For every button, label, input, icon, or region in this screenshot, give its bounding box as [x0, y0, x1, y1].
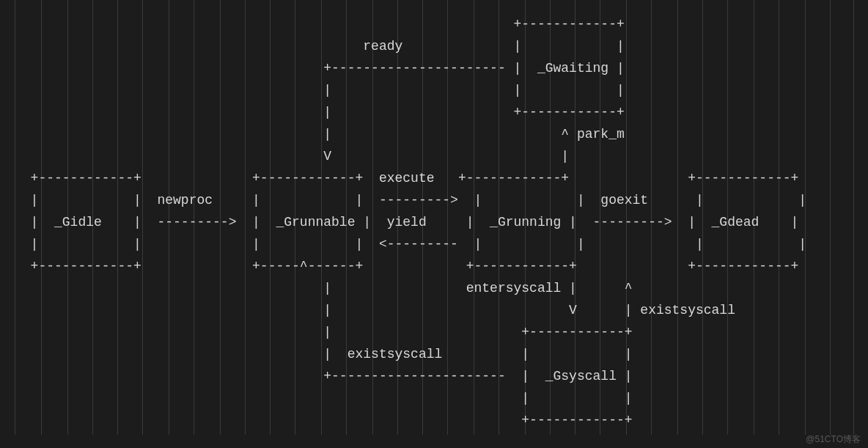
diagram-stage: +------------+ ready | | +--------------… [0, 0, 868, 448]
watermark-label: @51CTO博客 [806, 435, 861, 444]
goroutine-state-ascii-diagram: +------------+ ready | | +--------------… [0, 0, 821, 444]
column-guide [853, 0, 854, 435]
column-guide [830, 0, 831, 435]
